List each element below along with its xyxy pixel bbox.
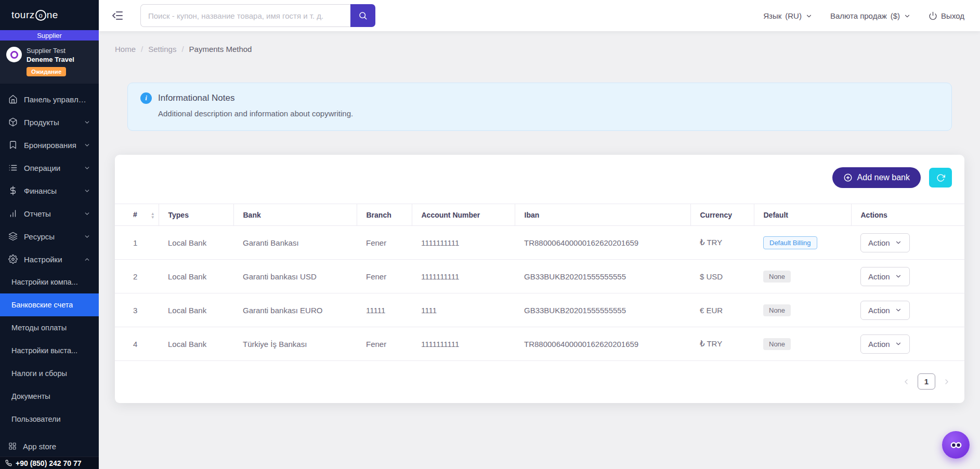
sidebar-item-label: Ресурсы: [24, 232, 77, 241]
logout-icon: [929, 11, 937, 20]
info-card: i Informational Notes Additional descrip…: [127, 83, 952, 131]
bar-chart-icon: [8, 209, 18, 218]
logo[interactable]: tourz o ne: [0, 0, 99, 30]
sidebar-subitem-label: Методы оплаты: [11, 324, 67, 332]
bank-row: 1Local BankGaranti BankasıFener111111111…: [115, 226, 964, 260]
cell-currency: ₺ TRY: [690, 327, 754, 361]
phone-icon: [5, 460, 12, 466]
breadcrumb-separator: /: [141, 45, 143, 53]
logo-part-post: ne: [47, 9, 58, 21]
cell-account: 1111: [412, 293, 515, 327]
chat-widget-eyes-icon: [948, 437, 964, 453]
chevron-down-icon: [805, 12, 813, 20]
search-icon: [358, 11, 368, 20]
sidebar-item-resources[interactable]: Ресурсы: [0, 225, 99, 248]
sidebar-subitem-taxes-fees[interactable]: Налоги и сборы: [0, 362, 99, 385]
language-selector[interactable]: Язык (RU): [763, 11, 813, 20]
search-input[interactable]: [140, 4, 350, 27]
row-action-button[interactable]: Action: [860, 233, 910, 252]
sidebar-item-operations[interactable]: Операции: [0, 156, 99, 179]
cell-num: 2: [115, 260, 159, 293]
plus-circle-icon: [843, 173, 853, 182]
sidebar-subitem-bank-accounts[interactable]: Банковские счета: [0, 293, 99, 316]
logout-label: Выход: [941, 11, 964, 20]
breadcrumb-home[interactable]: Home: [115, 45, 136, 53]
main-area: Язык (RU) Валюта продаж ($) Выход Home /: [99, 0, 980, 469]
info-card-description: Additional description and information a…: [158, 109, 939, 118]
search-button[interactable]: [350, 4, 375, 27]
info-icon: i: [140, 92, 152, 104]
dollar-icon: [8, 186, 18, 195]
support-chat-button[interactable]: [942, 431, 970, 459]
cell-bank: Garanti bankası EURO: [233, 293, 357, 327]
cell-iban: TR880006400000162620201659: [515, 327, 690, 361]
sidebar-item-label: Финансы: [24, 186, 77, 195]
bank-row: 3Local BankGaranti bankası EURO111111111…: [115, 293, 964, 327]
breadcrumb-settings[interactable]: Settings: [148, 45, 176, 53]
add-new-bank-button[interactable]: Add new bank: [832, 167, 921, 188]
pagination-prev-icon[interactable]: [902, 378, 910, 386]
sidebar-item-label: Бронирования: [24, 141, 77, 150]
status-badge: Ожидание: [27, 67, 66, 76]
row-action-button[interactable]: Action: [860, 267, 910, 286]
pagination-next-icon[interactable]: [943, 378, 951, 386]
box-icon: [8, 117, 18, 127]
sidebar-item-dashboard[interactable]: Панель управлен...: [0, 88, 99, 111]
column-header: Branch: [357, 204, 412, 226]
row-action-button[interactable]: Action: [860, 301, 910, 320]
sidebar-item-finance[interactable]: Финансы: [0, 179, 99, 202]
column-header: Currency: [690, 204, 754, 226]
chevron-up-icon: [84, 256, 90, 263]
cell-num: 4: [115, 327, 159, 361]
currency-label: Валюта продаж: [830, 11, 887, 20]
info-card-header: i Informational Notes: [140, 92, 939, 104]
app-root: tourz o ne Supplier Supplier Test Deneme…: [0, 0, 980, 469]
sidebar-item-bookings[interactable]: Бронирования: [0, 133, 99, 156]
sidebar-item-app-store[interactable]: App store: [0, 436, 99, 457]
chevron-down-icon: [84, 233, 90, 240]
cell-default: None: [754, 327, 851, 361]
cell-default: None: [754, 293, 851, 327]
cell-type: Local Bank: [159, 226, 233, 260]
sidebar-subitem-payment-methods[interactable]: Методы оплаты: [0, 316, 99, 339]
currency-selector[interactable]: Валюта продаж ($): [830, 11, 911, 20]
bank-accounts-card: Add new bank #▲▼TypesBankBranchAccount N…: [115, 155, 964, 403]
sidebar-subitem-invoice-settings[interactable]: Настройки выста...: [0, 339, 99, 362]
cell-branch: 11111: [357, 293, 412, 327]
phone-number: +90 (850) 242 70 77: [16, 459, 82, 467]
cell-num: 3: [115, 293, 159, 327]
sidebar-subitem-label: Настройки выста...: [11, 346, 77, 355]
pagination-page-1[interactable]: 1: [918, 373, 935, 390]
global-search: [140, 4, 375, 27]
sidebar-subitem-company-settings[interactable]: Настройки компа...: [0, 271, 99, 293]
cell-actions: Action: [851, 293, 964, 327]
row-action-button[interactable]: Action: [860, 334, 910, 354]
logout-button[interactable]: Выход: [929, 11, 964, 20]
sidebar-subitem-users[interactable]: Пользователи: [0, 408, 99, 431]
sidebar-item-reports[interactable]: Отчеты: [0, 202, 99, 225]
bank-accounts-table: #▲▼TypesBankBranchAccount NumberIbanCurr…: [115, 204, 964, 361]
refresh-button[interactable]: [929, 168, 952, 187]
card-toolbar: Add new bank: [115, 155, 964, 204]
logo-part-pre: tourz: [11, 9, 35, 21]
language-value: (RU): [785, 11, 802, 20]
language-label: Язык: [763, 11, 781, 20]
column-header[interactable]: #▲▼: [115, 204, 159, 226]
sort-icon[interactable]: ▲▼: [151, 212, 155, 219]
profile-name: Supplier Test: [27, 47, 74, 55]
sidebar-item-label: Настройки: [24, 255, 77, 264]
cell-default: None: [754, 260, 851, 293]
sidebar-subitem-label: Документы: [11, 392, 50, 400]
sidebar-item-products[interactable]: Продукты: [0, 111, 99, 133]
sidebar-item-label: Продукты: [24, 118, 77, 127]
cell-currency: $ USD: [690, 260, 754, 293]
sidebar-subitem-documents[interactable]: Документы: [0, 385, 99, 408]
sidebar-subitem-label: Настройки компа...: [11, 278, 78, 286]
column-header: Account Number: [412, 204, 515, 226]
sidebar-toggle-icon[interactable]: [111, 9, 124, 22]
sidebar-item-label: Операции: [24, 164, 77, 172]
bookmark-icon: [8, 140, 18, 150]
row-action-label: Action: [868, 272, 890, 281]
sidebar-item-settings[interactable]: Настройки: [0, 248, 99, 271]
avatar-logo-icon: [10, 51, 18, 59]
